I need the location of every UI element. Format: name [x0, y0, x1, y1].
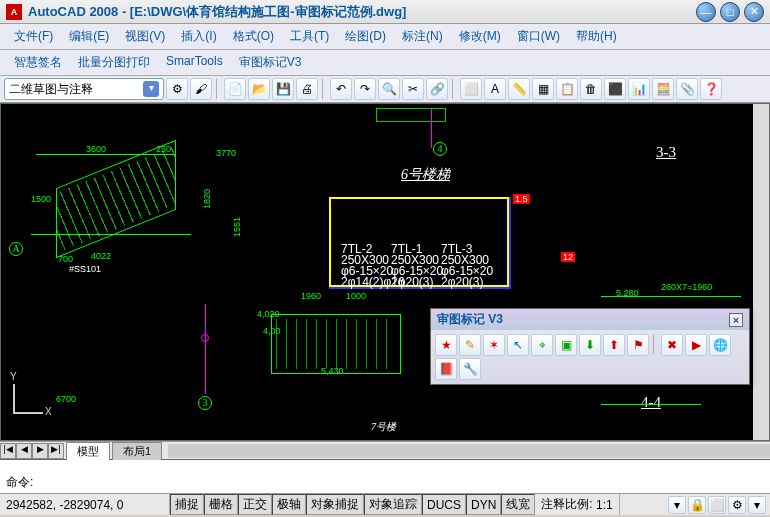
palette-button[interactable]: ✶ [483, 334, 505, 356]
tab-nav-button[interactable]: ▶| [48, 443, 64, 459]
annotation-scale[interactable]: 注释比例: 1:1 [535, 494, 619, 515]
status-toggle[interactable]: 捕捉 [170, 494, 204, 515]
dimension: 5,430 [321, 366, 344, 376]
menu-item[interactable]: 格式(O) [225, 26, 282, 47]
palette-button[interactable]: 📕 [435, 358, 457, 380]
toolbar-button[interactable]: 📎 [676, 78, 698, 100]
toolbar-main: 二维草图与注释 ▾ ⚙🖌📄📂💾🖨↶↷🔍✂🔗⬜A📏▦📋🗑⬛📊🧮📎❓ [0, 76, 770, 103]
menu-item[interactable]: 工具(T) [282, 26, 337, 47]
palette-button[interactable]: ★ [435, 334, 457, 356]
layout-tab[interactable]: 布局1 [112, 442, 162, 460]
tab-nav-button[interactable]: ▶ [32, 443, 48, 459]
toolbar-button[interactable]: 📊 [628, 78, 650, 100]
tab-nav-button[interactable]: ◀ [16, 443, 32, 459]
menu-item[interactable]: 插入(I) [173, 26, 224, 47]
stair-title-7: 7号楼 [371, 420, 396, 434]
menu-item[interactable]: 修改(M) [451, 26, 509, 47]
menu-item[interactable]: 标注(N) [394, 26, 451, 47]
tray-icon[interactable]: ▾ [748, 496, 766, 514]
toolbar-button[interactable]: 📂 [248, 78, 270, 100]
toolbar-button[interactable]: 🔗 [426, 78, 448, 100]
menu-item[interactable]: 窗口(W) [509, 26, 568, 47]
toolbar-button[interactable]: 📏 [508, 78, 530, 100]
section-label-33: 3-3 [656, 144, 676, 161]
toolbar-button[interactable]: 🗑 [580, 78, 602, 100]
tab-nav-button[interactable]: |◀ [0, 443, 16, 459]
menu-item[interactable]: 绘图(D) [337, 26, 394, 47]
toolbar-button[interactable]: 🖨 [296, 78, 318, 100]
workspace-combo-text: 二维草图与注释 [9, 81, 93, 98]
beam-label: 7TL-3 250X300 φ6-15×20 2φ20(3) [441, 244, 493, 288]
horizontal-scrollbar[interactable] [168, 444, 770, 458]
toolbar-button[interactable]: A [484, 78, 506, 100]
drawing-canvas[interactable]: 4 6号楼梯 3-3 4-4 3600 250 3770 1500 1820 1… [0, 103, 770, 441]
palette-button[interactable]: ⌖ [531, 334, 553, 356]
tray-icon[interactable]: ⚙ [728, 496, 746, 514]
status-toggle[interactable]: 栅格 [204, 494, 238, 515]
palette-button[interactable]: 🌐 [709, 334, 731, 356]
toolbar-button[interactable]: ↶ [330, 78, 352, 100]
palette-button[interactable]: ✖ [661, 334, 683, 356]
palette-titlebar[interactable]: 审图标记 V3 × [431, 309, 749, 330]
toolbar-button[interactable]: ⬛ [604, 78, 626, 100]
dimension: 1960 [301, 291, 321, 301]
status-toggle[interactable]: 正交 [238, 494, 272, 515]
status-toggle[interactable]: DUCS [422, 494, 466, 515]
toolbar-button[interactable]: ❓ [700, 78, 722, 100]
palette-button[interactable]: ⬇ [579, 334, 601, 356]
menu-item[interactable]: 智慧签名 [6, 52, 70, 73]
tray-icon[interactable]: ▾ [668, 496, 686, 514]
status-toggle[interactable]: DYN [466, 494, 501, 515]
tray-icon[interactable]: 🔒 [688, 496, 706, 514]
layout-tab[interactable]: 模型 [66, 442, 110, 460]
palette-button[interactable]: ✎ [459, 334, 481, 356]
command-prompt: 命令: [6, 474, 33, 491]
status-toggle[interactable]: 对象捕捉 [306, 494, 364, 515]
menu-bar-secondary: 智慧签名批量分图打印SmarTools审图标记V3 [0, 50, 770, 76]
palette-button[interactable]: ↖ [507, 334, 529, 356]
chevron-down-icon[interactable]: ▾ [143, 81, 159, 97]
toolbar-button[interactable]: ✂ [402, 78, 424, 100]
toolbar-button[interactable]: ▦ [532, 78, 554, 100]
menu-item[interactable]: 视图(V) [117, 26, 173, 47]
palette-button[interactable]: 🔧 [459, 358, 481, 380]
toolbar-button[interactable]: 🧮 [652, 78, 674, 100]
toolbar-button[interactable]: ↷ [354, 78, 376, 100]
palette-button[interactable]: ▣ [555, 334, 577, 356]
menu-item[interactable]: 批量分图打印 [70, 52, 158, 73]
toolbar-button[interactable]: 🖌 [190, 78, 212, 100]
menu-item[interactable]: SmarTools [158, 52, 231, 73]
window-title: AutoCAD 2008 - [E:\DWG\体育馆结构施工图-审图标记范例.d… [28, 3, 696, 21]
workspace-combo[interactable]: 二维草图与注释 ▾ [4, 78, 164, 100]
status-toggle[interactable]: 极轴 [272, 494, 306, 515]
tray-icon[interactable]: ⬜ [708, 496, 726, 514]
status-toggle[interactable]: 线宽 [501, 494, 535, 515]
palette-close-button[interactable]: × [729, 313, 743, 327]
maximize-button[interactable]: □ [720, 2, 740, 22]
toolbar-button[interactable]: 🔍 [378, 78, 400, 100]
review-mark-toolbar[interactable]: 审图标记 V3 × ★✎✶↖⌖▣⬇⬆⚑✖▶🌐📕🔧 [430, 308, 750, 385]
status-toggle[interactable]: 对象追踪 [364, 494, 422, 515]
menu-item[interactable]: 文件(F) [6, 26, 61, 47]
dimension: 260X7=1960 [661, 282, 712, 292]
grid-bubble: 3 [198, 396, 212, 410]
close-button[interactable]: ✕ [744, 2, 764, 22]
minimize-button[interactable]: — [696, 2, 716, 22]
toolbar-button[interactable]: ⚙ [166, 78, 188, 100]
dimension: 1000 [346, 291, 366, 301]
palette-button[interactable]: ▶ [685, 334, 707, 356]
title-bar: A AutoCAD 2008 - [E:\DWG\体育馆结构施工图-审图标记范例… [0, 0, 770, 24]
toolbar-button[interactable]: 📄 [224, 78, 246, 100]
palette-title: 审图标记 V3 [437, 311, 503, 328]
command-area[interactable]: 命令: [0, 459, 770, 493]
menu-item[interactable]: 帮助(H) [568, 26, 625, 47]
dimension: 6700 [56, 394, 76, 404]
palette-button[interactable]: ⚑ [627, 334, 649, 356]
toolbar-button[interactable]: 📋 [556, 78, 578, 100]
menu-item[interactable]: 编辑(E) [61, 26, 117, 47]
menu-item[interactable]: 审图标记V3 [231, 52, 310, 73]
vertical-scrollbar[interactable] [753, 104, 769, 440]
palette-button[interactable]: ⬆ [603, 334, 625, 356]
toolbar-button[interactable]: 💾 [272, 78, 294, 100]
toolbar-button[interactable]: ⬜ [460, 78, 482, 100]
